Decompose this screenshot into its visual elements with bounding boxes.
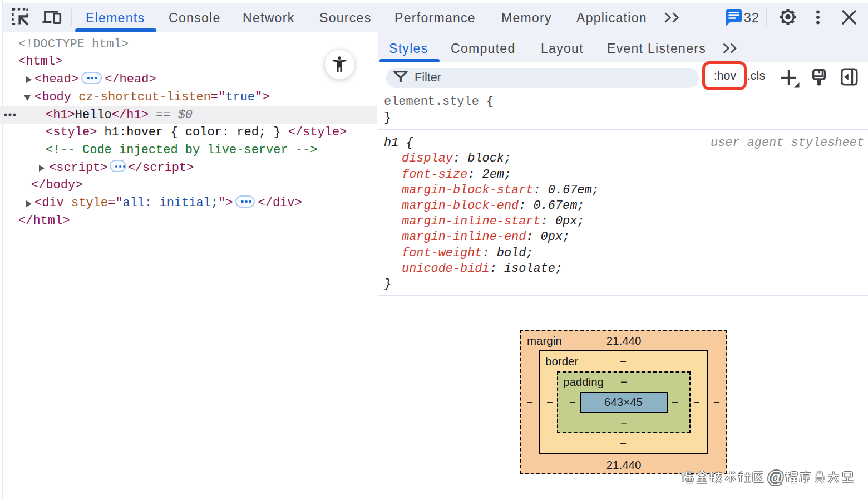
svg-text:@: @ xyxy=(767,468,784,486)
